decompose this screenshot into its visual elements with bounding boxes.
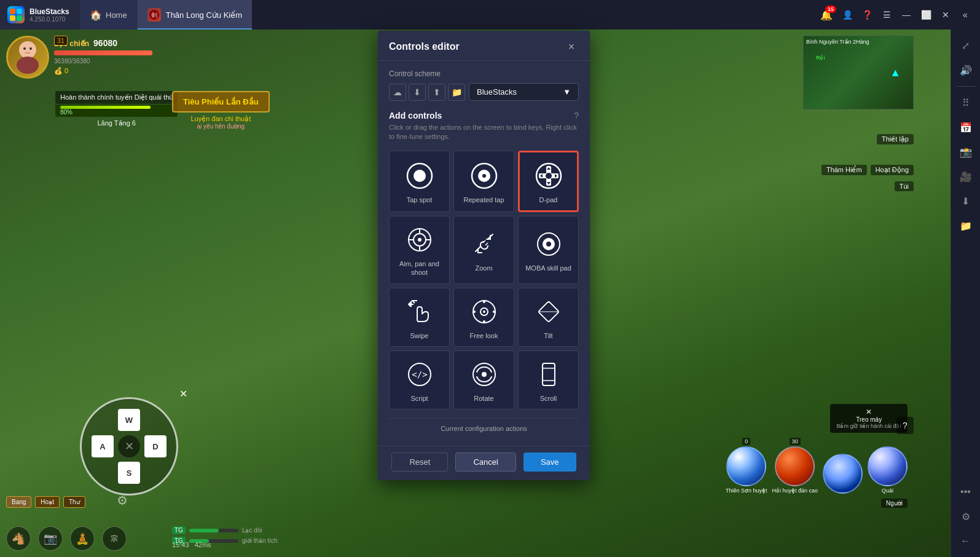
scheme-value: BlueStacks <box>477 87 517 97</box>
aim-pan-icon <box>405 225 434 255</box>
control-rotate[interactable]: Rotate <box>453 350 514 409</box>
control-swipe[interactable]: Swipe <box>389 288 450 347</box>
dialog-footer: Reset Cancel Save <box>378 446 590 480</box>
add-controls-header: Add controls ? <box>389 111 579 120</box>
swipe-icon <box>405 297 434 326</box>
scheme-label: Control scheme <box>389 69 579 78</box>
tap-spot-label: Tap spot <box>407 196 433 204</box>
help-circle-icon[interactable]: ? <box>574 111 579 120</box>
script-label: Script <box>410 394 428 403</box>
cancel-btn[interactable]: Cancel <box>455 452 515 472</box>
control-tap-spot[interactable]: Tap spot <box>389 151 450 212</box>
svg-point-11 <box>414 170 426 182</box>
scheme-icon-group: ☁ ⬇ ⬆ 📁 <box>389 84 465 101</box>
svg-point-45 <box>482 372 487 377</box>
scheme-download-icon[interactable]: ⬇ <box>409 84 426 101</box>
config-section: Current configuration actions <box>389 418 579 432</box>
svg-point-29 <box>418 238 421 242</box>
control-scroll[interactable]: Scroll <box>518 350 579 409</box>
controls-dialog: Controls editor × Control scheme ☁ ⬇ ⬆ 📁… <box>378 31 590 480</box>
control-moba[interactable]: MOBA skill pad <box>518 216 579 284</box>
tap-spot-icon <box>405 161 434 191</box>
moba-label: MOBA skill pad <box>525 264 571 272</box>
scheme-upload-icon[interactable]: ⬆ <box>428 84 445 101</box>
d-pad-icon <box>534 161 563 191</box>
dialog-header: Controls editor × <box>378 31 590 61</box>
free-look-icon <box>469 297 499 326</box>
svg-point-18 <box>546 173 552 179</box>
aim-pan-label: Aim, pan and shoot <box>394 259 444 277</box>
zoom-label: Zoom <box>475 264 492 272</box>
chevron-down-icon: ▼ <box>563 87 571 97</box>
scroll-label: Scroll <box>540 394 557 403</box>
dialog-body: Control scheme ☁ ⬇ ⬆ 📁 BlueStacks ▼ Add … <box>378 61 590 446</box>
svg-point-36 <box>483 301 485 303</box>
tilt-icon <box>534 297 563 326</box>
script-icon: </> <box>405 360 434 389</box>
svg-point-37 <box>483 320 485 323</box>
rotate-icon <box>469 360 499 389</box>
dialog-overlay: Controls editor × Control scheme ☁ ⬇ ⬆ 📁… <box>0 0 980 557</box>
control-tilt[interactable]: Tilt <box>518 288 579 347</box>
scheme-dropdown[interactable]: BlueStacks ▼ <box>469 83 579 101</box>
add-controls-title: Add controls <box>389 111 442 120</box>
config-title: Current configuration actions <box>389 425 579 432</box>
zoom-icon <box>469 229 499 259</box>
svg-text:</>: </> <box>412 369 427 379</box>
moba-icon <box>534 229 563 259</box>
save-btn[interactable]: Save <box>523 452 576 472</box>
control-free-look[interactable]: Free look <box>453 288 514 347</box>
control-zoom[interactable]: Zoom <box>453 216 514 284</box>
swipe-label: Swipe <box>410 331 429 340</box>
control-aim-pan[interactable]: Aim, pan and shoot <box>389 216 450 284</box>
svg-point-14 <box>482 174 486 178</box>
control-d-pad[interactable]: D-pad <box>518 151 579 212</box>
d-pad-label: D-pad <box>539 196 558 204</box>
control-repeated-tap[interactable]: Repeated tap <box>453 151 514 212</box>
repeated-tap-icon <box>469 161 499 191</box>
scheme-row: ☁ ⬇ ⬆ 📁 BlueStacks ▼ <box>389 83 579 101</box>
add-controls-desc: Click or drag the actions on the screen … <box>389 123 579 142</box>
scheme-cloud-icon[interactable]: ☁ <box>389 84 406 101</box>
svg-rect-46 <box>543 363 555 385</box>
free-look-label: Free look <box>470 331 498 340</box>
svg-point-39 <box>493 310 495 313</box>
repeated-tap-label: Repeated tap <box>463 196 504 204</box>
dialog-title: Controls editor <box>389 41 460 52</box>
rotate-label: Rotate <box>474 394 493 403</box>
svg-point-35 <box>483 310 485 313</box>
svg-point-38 <box>473 310 476 313</box>
svg-point-32 <box>546 242 551 247</box>
tilt-label: Tilt <box>544 331 552 340</box>
scheme-folder-icon[interactable]: 📁 <box>448 84 465 101</box>
scroll-icon <box>534 360 563 389</box>
dialog-close-btn[interactable]: × <box>564 39 579 54</box>
reset-btn[interactable]: Reset <box>391 452 448 472</box>
controls-grid: Tap spot Repeated tap <box>389 151 579 409</box>
control-script[interactable]: </> Script <box>389 350 450 409</box>
